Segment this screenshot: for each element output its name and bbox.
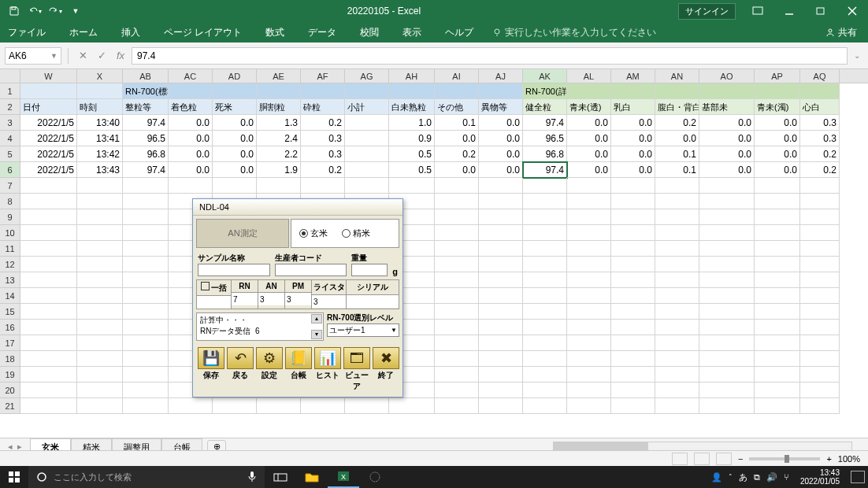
data-cell[interactable]	[523, 194, 567, 209]
data-cell[interactable]: 2022/1/5	[20, 162, 77, 178]
data-cell[interactable]	[523, 241, 567, 257]
data-cell[interactable]	[567, 241, 611, 257]
data-cell[interactable]	[611, 304, 655, 320]
data-cell[interactable]: 96.8	[523, 146, 567, 162]
data-cell[interactable]	[20, 304, 77, 320]
data-cell[interactable]: 97.4	[523, 115, 567, 131]
data-cell[interactable]	[257, 178, 301, 194]
row-header[interactable]: 2	[0, 99, 20, 115]
data-cell[interactable]	[611, 241, 655, 257]
zoom-slider[interactable]	[749, 457, 820, 460]
column-header[interactable]: W	[20, 69, 77, 83]
data-cell[interactable]	[699, 288, 755, 304]
data-cell[interactable]	[800, 194, 840, 209]
name-box[interactable]: AK6▼	[5, 47, 61, 65]
data-cell[interactable]	[20, 398, 77, 414]
data-cell[interactable]	[699, 241, 755, 257]
raisuta-input[interactable]: 3	[312, 295, 346, 308]
data-cell[interactable]	[479, 367, 523, 383]
data-cell[interactable]	[479, 383, 523, 398]
data-cell[interactable]	[435, 194, 479, 209]
fx-icon[interactable]: fx	[113, 48, 128, 64]
data-cell[interactable]	[523, 367, 567, 383]
ribbon-tab[interactable]: ページ レイアウト	[159, 23, 247, 43]
data-cell[interactable]	[213, 178, 257, 194]
data-cell[interactable]: 0.2	[301, 162, 345, 178]
enter-formula-icon[interactable]: ✓	[94, 48, 109, 64]
data-cell[interactable]	[755, 351, 800, 367]
data-cell[interactable]	[20, 335, 77, 351]
data-cell[interactable]: 0.3	[301, 146, 345, 162]
data-cell[interactable]: 1.0	[389, 115, 435, 131]
data-cell[interactable]: 0.2	[800, 146, 840, 162]
ribbon-tab[interactable]: 校閲	[355, 23, 384, 43]
row-header[interactable]: 4	[0, 131, 20, 146]
zoom-in-icon[interactable]: +	[826, 454, 831, 464]
data-cell[interactable]	[77, 320, 123, 335]
data-cell[interactable]: 0.0	[213, 162, 257, 178]
zoom-out-icon[interactable]: −	[738, 454, 743, 464]
data-cell[interactable]: 13:42	[77, 146, 123, 162]
data-cell[interactable]: 13:41	[77, 131, 123, 146]
data-cell[interactable]	[800, 351, 840, 367]
row-header[interactable]: 12	[0, 257, 20, 272]
data-cell[interactable]: 0.0	[699, 131, 755, 146]
data-cell[interactable]	[655, 367, 699, 383]
data-cell[interactable]: 0.0	[567, 115, 611, 131]
column-header[interactable]: AP	[755, 69, 800, 83]
tell-me[interactable]: 実行したい作業を入力してください	[492, 26, 656, 39]
data-cell[interactable]	[435, 351, 479, 367]
data-cell[interactable]	[800, 383, 840, 398]
column-header[interactable]: AQ	[800, 69, 840, 83]
ribbon-tab[interactable]: データ	[303, 23, 341, 43]
data-cell[interactable]: 1.3	[257, 115, 301, 131]
data-cell[interactable]	[611, 288, 655, 304]
data-cell[interactable]: 0.5	[389, 146, 435, 162]
data-cell[interactable]: 0.0	[567, 146, 611, 162]
data-cell[interactable]	[77, 225, 123, 241]
data-cell[interactable]	[800, 367, 840, 383]
data-cell[interactable]: 0.1	[435, 115, 479, 131]
row-header[interactable]: 14	[0, 288, 20, 304]
data-cell[interactable]	[755, 209, 800, 225]
column-header[interactable]: X	[77, 69, 123, 83]
ribbon-tab[interactable]: ファイル	[3, 23, 50, 43]
column-header[interactable]: AO	[699, 69, 755, 83]
row-header[interactable]: 15	[0, 304, 20, 320]
data-cell[interactable]	[655, 272, 699, 288]
data-cell[interactable]	[567, 335, 611, 351]
data-cell[interactable]	[20, 288, 77, 304]
data-cell[interactable]	[257, 398, 301, 414]
data-cell[interactable]	[567, 178, 611, 194]
data-cell[interactable]: 0.0	[169, 162, 213, 178]
data-cell[interactable]: 0.0	[169, 115, 213, 131]
data-cell[interactable]: 2022/1/5	[20, 115, 77, 131]
data-cell[interactable]	[77, 351, 123, 367]
data-cell[interactable]: 0.1	[655, 162, 699, 178]
view-normal-icon[interactable]	[672, 453, 688, 465]
data-cell[interactable]	[435, 335, 479, 351]
data-cell[interactable]	[77, 383, 123, 398]
data-cell[interactable]: 0.5	[389, 162, 435, 178]
excel-taskbar-icon[interactable]: X	[328, 466, 359, 488]
data-cell[interactable]	[435, 304, 479, 320]
data-cell[interactable]	[479, 351, 523, 367]
data-cell[interactable]	[800, 225, 840, 241]
data-cell[interactable]	[435, 225, 479, 241]
dialog-button-戻る[interactable]: ↶戻る	[227, 347, 254, 392]
data-cell[interactable]: 0.0	[479, 115, 523, 131]
data-cell[interactable]	[123, 304, 169, 320]
data-cell[interactable]	[567, 209, 611, 225]
data-cell[interactable]	[435, 209, 479, 225]
data-cell[interactable]	[611, 178, 655, 194]
data-cell[interactable]: 96.5	[523, 131, 567, 146]
data-cell[interactable]	[123, 335, 169, 351]
column-header[interactable]: AF	[301, 69, 345, 83]
data-cell[interactable]	[567, 257, 611, 272]
data-cell[interactable]	[699, 272, 755, 288]
column-header[interactable]: AC	[169, 69, 213, 83]
taskbar-search[interactable]: ここに入力して検索	[28, 466, 265, 488]
redo-icon[interactable]: ▾	[46, 2, 65, 20]
ikkatsu-input[interactable]	[197, 296, 231, 309]
column-header[interactable]: AM	[611, 69, 655, 83]
